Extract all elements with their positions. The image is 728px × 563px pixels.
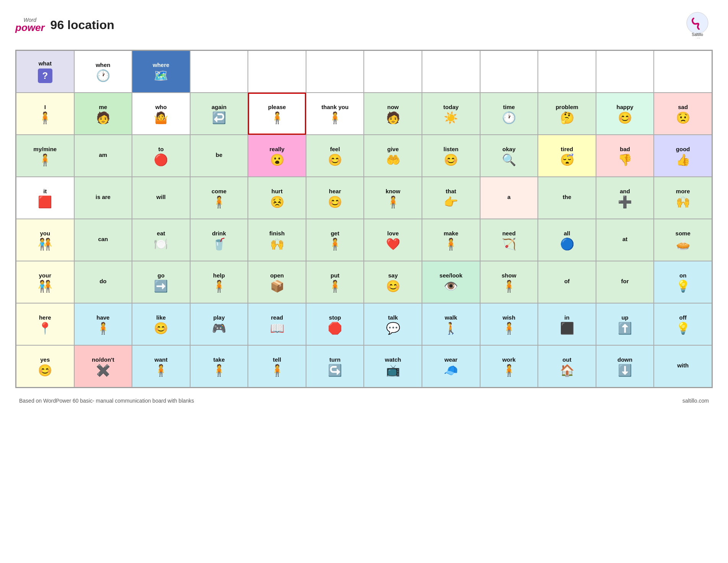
grid-cell-3-0[interactable]: it🟥 xyxy=(16,177,74,219)
grid-cell-3-6[interactable]: know🧍 xyxy=(364,177,422,219)
grid-cell-1-1[interactable]: me🧑 xyxy=(74,93,132,135)
grid-cell-3-11[interactable]: more🙌 xyxy=(654,177,712,219)
cell-icon-7-1: ✖️ xyxy=(96,365,110,376)
grid-cell-5-4[interactable]: open📦 xyxy=(248,261,306,303)
grid-cell-7-8[interactable]: work🧍 xyxy=(480,345,538,387)
grid-cell-2-11[interactable]: good👍 xyxy=(654,135,712,177)
grid-cell-5-2[interactable]: go➡️ xyxy=(132,261,190,303)
grid-cell-0-2[interactable]: where🗺️ xyxy=(132,51,190,93)
grid-cell-3-9[interactable]: the xyxy=(538,177,596,219)
grid-cell-0-11[interactable] xyxy=(654,51,712,93)
grid-cell-1-4[interactable]: please🧍 xyxy=(248,93,306,135)
grid-cell-3-5[interactable]: hear😊 xyxy=(306,177,364,219)
grid-cell-5-0[interactable]: your🧑‍🤝‍🧑 xyxy=(16,261,74,303)
grid-cell-7-10[interactable]: down⬇️ xyxy=(596,345,654,387)
grid-cell-7-2[interactable]: want🧍 xyxy=(132,345,190,387)
grid-cell-5-5[interactable]: put🧍 xyxy=(306,261,364,303)
cell-label-4-1: can xyxy=(98,236,108,243)
grid-cell-3-3[interactable]: come🧍 xyxy=(190,177,248,219)
grid-cell-3-2[interactable]: will xyxy=(132,177,190,219)
grid-cell-1-0[interactable]: I🧍 xyxy=(16,93,74,135)
grid-cell-7-0[interactable]: yes😊 xyxy=(16,345,74,387)
grid-cell-4-7[interactable]: make🧍 xyxy=(422,219,480,261)
grid-cell-7-9[interactable]: out🏠 xyxy=(538,345,596,387)
grid-cell-5-9[interactable]: of xyxy=(538,261,596,303)
grid-cell-2-6[interactable]: give🤲 xyxy=(364,135,422,177)
grid-cell-2-0[interactable]: my/mine🧍 xyxy=(16,135,74,177)
grid-cell-5-11[interactable]: on💡 xyxy=(654,261,712,303)
cell-icon-5-4: 📦 xyxy=(270,281,284,292)
grid-cell-0-6[interactable] xyxy=(364,51,422,93)
grid-cell-2-4[interactable]: really😮 xyxy=(248,135,306,177)
grid-cell-2-8[interactable]: okay🔍 xyxy=(480,135,538,177)
cell-label-1-4: please xyxy=(268,104,286,111)
grid-cell-0-4[interactable] xyxy=(248,51,306,93)
grid-cell-6-6[interactable]: talk💬 xyxy=(364,303,422,345)
grid-cell-7-4[interactable]: tell🧍 xyxy=(248,345,306,387)
grid-cell-2-10[interactable]: bad👎 xyxy=(596,135,654,177)
grid-cell-5-6[interactable]: say😊 xyxy=(364,261,422,303)
grid-cell-2-9[interactable]: tired😴 xyxy=(538,135,596,177)
grid-cell-0-9[interactable] xyxy=(538,51,596,93)
grid-cell-6-0[interactable]: here📍 xyxy=(16,303,74,345)
grid-cell-5-7[interactable]: see/look👁️ xyxy=(422,261,480,303)
grid-cell-6-5[interactable]: stop🛑 xyxy=(306,303,364,345)
grid-cell-5-10[interactable]: for xyxy=(596,261,654,303)
grid-cell-6-4[interactable]: read📖 xyxy=(248,303,306,345)
grid-cell-0-0[interactable]: what? xyxy=(16,51,74,93)
grid-cell-3-4[interactable]: hurt😣 xyxy=(248,177,306,219)
grid-cell-3-1[interactable]: is are xyxy=(74,177,132,219)
grid-cell-4-1[interactable]: can xyxy=(74,219,132,261)
grid-cell-7-11[interactable]: with xyxy=(654,345,712,387)
grid-cell-0-5[interactable] xyxy=(306,51,364,93)
grid-cell-5-3[interactable]: help🧍 xyxy=(190,261,248,303)
grid-cell-6-7[interactable]: walk🚶 xyxy=(422,303,480,345)
grid-cell-1-8[interactable]: time🕐 xyxy=(480,93,538,135)
grid-cell-6-2[interactable]: like😊 xyxy=(132,303,190,345)
grid-cell-4-10[interactable]: at xyxy=(596,219,654,261)
grid-cell-2-7[interactable]: listen😊 xyxy=(422,135,480,177)
grid-cell-6-11[interactable]: off💡 xyxy=(654,303,712,345)
grid-cell-7-5[interactable]: turn↪️ xyxy=(306,345,364,387)
grid-cell-7-1[interactable]: no/don't✖️ xyxy=(74,345,132,387)
grid-cell-1-11[interactable]: sad😟 xyxy=(654,93,712,135)
grid-cell-5-1[interactable]: do xyxy=(74,261,132,303)
grid-cell-4-5[interactable]: get🧍 xyxy=(306,219,364,261)
grid-cell-1-7[interactable]: today☀️ xyxy=(422,93,480,135)
grid-cell-2-5[interactable]: feel😊 xyxy=(306,135,364,177)
grid-cell-7-6[interactable]: watch📺 xyxy=(364,345,422,387)
grid-cell-2-2[interactable]: to🔴 xyxy=(132,135,190,177)
grid-cell-4-8[interactable]: need🏹 xyxy=(480,219,538,261)
grid-cell-0-3[interactable] xyxy=(190,51,248,93)
grid-cell-4-4[interactable]: finish🙌 xyxy=(248,219,306,261)
grid-cell-7-3[interactable]: take🧍 xyxy=(190,345,248,387)
grid-cell-0-1[interactable]: when🕐 xyxy=(74,51,132,93)
grid-cell-1-2[interactable]: who🤷 xyxy=(132,93,190,135)
grid-cell-4-0[interactable]: you🧑‍🤝‍🧑 xyxy=(16,219,74,261)
grid-cell-4-2[interactable]: eat🍽️ xyxy=(132,219,190,261)
grid-cell-1-6[interactable]: now🧑 xyxy=(364,93,422,135)
grid-cell-1-9[interactable]: problem🤔 xyxy=(538,93,596,135)
grid-cell-0-8[interactable] xyxy=(480,51,538,93)
grid-cell-6-8[interactable]: wish🧍 xyxy=(480,303,538,345)
grid-cell-4-9[interactable]: all🔵 xyxy=(538,219,596,261)
grid-cell-3-8[interactable]: a xyxy=(480,177,538,219)
grid-cell-4-3[interactable]: drink🥤 xyxy=(190,219,248,261)
grid-cell-4-11[interactable]: some🥧 xyxy=(654,219,712,261)
grid-cell-7-7[interactable]: wear🧢 xyxy=(422,345,480,387)
grid-cell-1-5[interactable]: thank you🧍 xyxy=(306,93,364,135)
grid-cell-5-8[interactable]: show🧍 xyxy=(480,261,538,303)
grid-cell-1-10[interactable]: happy😊 xyxy=(596,93,654,135)
grid-cell-0-7[interactable] xyxy=(422,51,480,93)
grid-cell-1-3[interactable]: again↩️ xyxy=(190,93,248,135)
grid-cell-0-10[interactable] xyxy=(596,51,654,93)
grid-cell-2-1[interactable]: am xyxy=(74,135,132,177)
grid-cell-6-1[interactable]: have🧍 xyxy=(74,303,132,345)
grid-cell-2-3[interactable]: be xyxy=(190,135,248,177)
grid-cell-6-9[interactable]: in⬛ xyxy=(538,303,596,345)
grid-cell-3-10[interactable]: and➕ xyxy=(596,177,654,219)
grid-cell-3-7[interactable]: that👉 xyxy=(422,177,480,219)
grid-cell-4-6[interactable]: love❤️ xyxy=(364,219,422,261)
grid-cell-6-10[interactable]: up⬆️ xyxy=(596,303,654,345)
grid-cell-6-3[interactable]: play🎮 xyxy=(190,303,248,345)
